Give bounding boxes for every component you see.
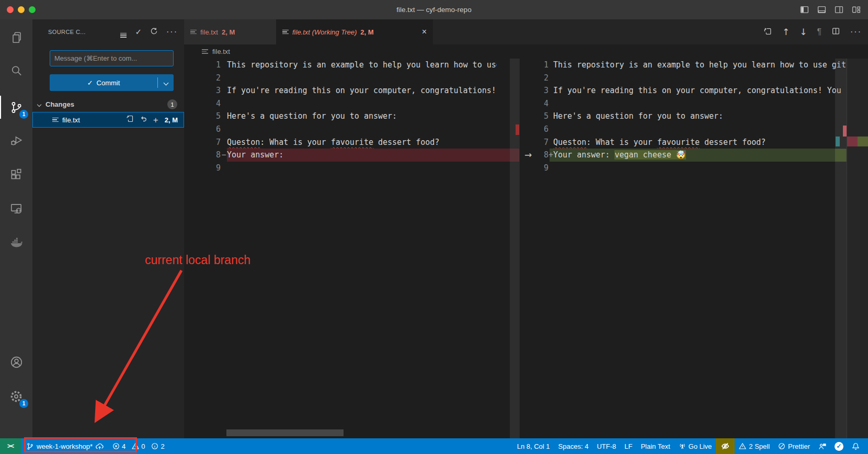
line-number: 7 <box>520 136 549 149</box>
source-control-badge: 1 <box>19 110 28 119</box>
line-number: 2 <box>184 72 221 85</box>
indentation[interactable]: Spaces: 4 <box>554 438 593 454</box>
source-control-icon[interactable]: 1 <box>0 95 32 120</box>
code-line: 2 <box>184 72 519 85</box>
code-line: 7Queston: What is your favourite dessert… <box>520 136 868 149</box>
go-live-button[interactable]: Go Live <box>675 438 716 454</box>
code-line: 7Queston: What is your favourite dessert… <box>184 136 519 149</box>
vertical-scrollbar[interactable] <box>835 59 847 438</box>
code-line: 3If you're reading this on your computer… <box>184 84 519 97</box>
code-line: 2 <box>520 72 868 85</box>
cursor-position[interactable]: Ln 8, Col 1 <box>513 438 554 454</box>
source-control-sidebar: SOURCE C... ✓ ··· ✓Commit Changes 1 file… <box>32 19 184 438</box>
title-bar: file.txt — cyf-demo-repo <box>0 0 868 19</box>
annotation-label: current local branch <box>145 253 250 267</box>
split-editor-icon[interactable] <box>831 27 840 38</box>
eye-off-icon <box>721 442 729 450</box>
diff-revert-arrow-icon[interactable]: → <box>521 149 535 162</box>
toggle-primary-sidebar-icon[interactable] <box>800 5 809 14</box>
notifications-bell-button[interactable] <box>848 438 864 454</box>
stage-changes-icon[interactable]: + <box>153 116 158 124</box>
code-line: 5Here's a question for you to answer: <box>184 110 519 123</box>
settings-badge: 1 <box>19 399 28 408</box>
zoom-window-button[interactable] <box>29 6 36 13</box>
next-change-icon[interactable]: ↓ <box>800 27 807 37</box>
line-number: 1 <box>520 59 549 72</box>
accounts-icon[interactable] <box>0 349 32 374</box>
sync-status-button[interactable]: ✓ <box>830 438 848 454</box>
text-file-icon <box>282 30 289 35</box>
changed-file-row[interactable]: file.txt + 2, M <box>32 112 184 128</box>
commit-dropdown-button[interactable] <box>158 81 174 85</box>
broadcast-icon <box>679 442 686 450</box>
docker-icon[interactable] <box>0 230 32 255</box>
activity-bar: 1 1 <box>0 19 32 438</box>
line-number: 8 <box>184 149 221 162</box>
view-as-list-icon[interactable] <box>120 26 127 37</box>
remote-explorer-icon[interactable] <box>0 196 32 221</box>
commit-message-input[interactable] <box>50 50 174 66</box>
commit-check-icon[interactable]: ✓ <box>135 27 142 37</box>
line-number: 9 <box>184 162 221 175</box>
remote-indicator[interactable]: >< <box>0 438 21 454</box>
diff-original-pane[interactable]: 1This repository is an example to help y… <box>184 59 519 438</box>
line-number: 4 <box>520 97 549 110</box>
line-number: 1 <box>184 59 221 72</box>
close-window-button[interactable] <box>7 6 14 13</box>
extensions-icon[interactable] <box>0 162 32 187</box>
language-mode[interactable]: Plain Text <box>636 438 674 454</box>
minimize-window-button[interactable] <box>18 6 25 13</box>
line-number: 2 <box>520 72 549 85</box>
vertical-scrollbar[interactable] <box>510 59 519 438</box>
commit-button[interactable]: ✓Commit <box>50 74 174 91</box>
horizontal-scrollbar[interactable] <box>226 429 344 436</box>
toggle-secondary-sidebar-icon[interactable] <box>835 5 843 14</box>
line-number: 4 <box>184 97 221 110</box>
encoding[interactable]: UTF-8 <box>592 438 620 454</box>
code-line: 5Here's a question for you to answer: <box>520 110 868 123</box>
search-icon[interactable] <box>0 58 32 83</box>
eol-sequence[interactable]: LF <box>620 438 636 454</box>
code-line: 3If you're reading this on your computer… <box>520 84 868 97</box>
line-number: 5 <box>184 110 221 123</box>
run-debug-icon[interactable] <box>0 128 32 153</box>
previous-change-icon[interactable]: ↑ <box>782 27 790 37</box>
settings-gear-icon[interactable]: 1 <box>0 384 32 409</box>
more-actions-icon[interactable]: ··· <box>850 27 862 37</box>
eye-off-button[interactable] <box>716 438 735 454</box>
line-number: 3 <box>184 84 221 97</box>
feedback-button[interactable] <box>814 438 830 454</box>
minimap[interactable] <box>847 59 868 438</box>
more-actions-icon[interactable]: ··· <box>166 27 178 37</box>
prettier-status[interactable]: Prettier <box>774 438 814 454</box>
code-line: 8−Your answer: <box>184 149 519 162</box>
open-changes-icon[interactable] <box>763 27 772 38</box>
code-line: 4 <box>184 97 519 110</box>
code-line: 4 <box>520 97 868 110</box>
check-icon: ✓ <box>87 79 93 87</box>
discard-changes-icon[interactable] <box>140 115 148 125</box>
tab-file-txt[interactable]: file.txt 2, M <box>184 19 276 44</box>
changes-section-header[interactable]: Changes 1 <box>32 98 184 111</box>
toggle-panel-icon[interactable] <box>817 5 826 14</box>
tab-file-txt-working-tree[interactable]: file.txt (Working Tree) 2, M × <box>276 19 433 44</box>
breadcrumb[interactable]: file.txt <box>184 44 868 59</box>
explorer-icon[interactable] <box>0 25 32 50</box>
diff-modified-pane[interactable]: 1This repository is an example to help y… <box>519 59 868 438</box>
render-whitespace-icon[interactable]: ¶ <box>817 27 821 37</box>
text-file-icon <box>52 118 59 122</box>
code-line: 6 <box>520 123 868 136</box>
file-decoration: 2, M <box>165 116 178 124</box>
spell-checker-status[interactable]: 2 Spell <box>735 438 774 454</box>
line-number: 7 <box>184 136 221 149</box>
customize-layout-icon[interactable] <box>852 5 861 14</box>
line-number: 5 <box>520 110 549 123</box>
refresh-icon[interactable] <box>150 27 158 37</box>
check-circle-icon: ✓ <box>835 442 843 451</box>
bell-icon <box>852 442 860 450</box>
code-line: 8+Your answer: vegan cheese 🤯 <box>520 149 868 162</box>
line-number: 9 <box>520 162 549 175</box>
open-file-icon[interactable] <box>126 115 134 125</box>
text-file-icon <box>190 30 197 35</box>
close-tab-icon[interactable]: × <box>422 27 427 37</box>
